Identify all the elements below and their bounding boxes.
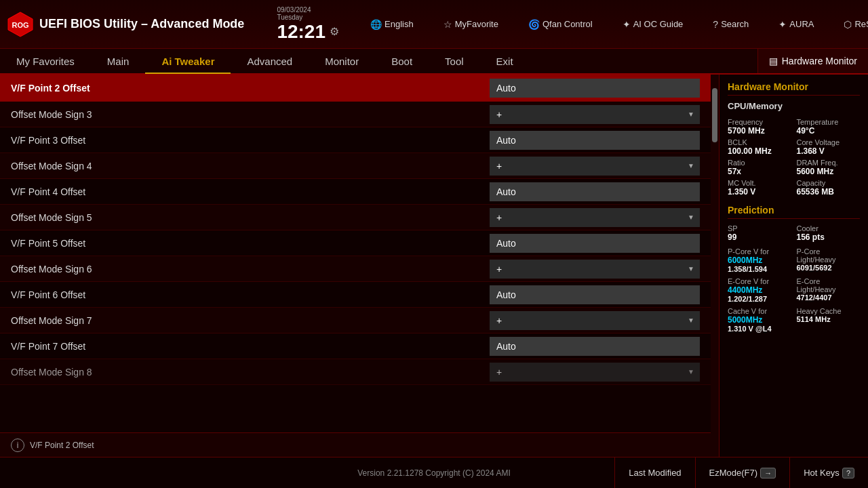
setting-row-vf6: V/F Point 6 Offset Auto (0, 282, 711, 308)
time-display: 12:21 (277, 21, 326, 43)
value-sign7[interactable]: + ▼ (490, 311, 700, 330)
setting-row-vf5: V/F Point 5 Offset Auto (0, 230, 711, 256)
nav-aura[interactable]: ✦ AURA (773, 16, 819, 33)
sp-col: SP 99 (728, 224, 791, 242)
hw-monitor-label: Hardware Monitor (782, 56, 857, 66)
pcore-v-col: P-Core V for 6000MHz 1.358/1.594 (728, 247, 791, 273)
box-vf3: Auto (490, 131, 700, 150)
setting-value-vf2[interactable]: Auto (490, 79, 700, 98)
aioc-label: AI OC Guide (633, 19, 684, 29)
dropdown-sign6[interactable]: + ▼ (490, 260, 700, 279)
chevron-down-icon: ▼ (688, 162, 694, 169)
dropdown-sign7[interactable]: + ▼ (490, 311, 700, 330)
setting-row-vf7: V/F Point 7 Offset Auto (0, 333, 711, 359)
capacity-col: Capacity 65536 MB (797, 179, 861, 197)
tab-favorites[interactable]: My Favorites (0, 49, 91, 74)
ratio-col: Ratio 57x (728, 159, 791, 176)
value-box-auto: Auto (490, 79, 700, 98)
info-icon: i (11, 439, 24, 452)
tab-advanced[interactable]: Advanced (231, 49, 309, 74)
setting-label-vf2: V/F Point 2 Offset (11, 83, 490, 94)
ratio-label: Ratio (728, 159, 791, 167)
nav-qfan[interactable]: 🌀 Qfan Control (523, 16, 598, 33)
dropdown-sign4[interactable]: + ▼ (490, 157, 700, 176)
nav-english[interactable]: 🌐 English (365, 16, 419, 33)
aioc-icon: ✦ (623, 19, 631, 30)
myfavorite-icon: ☆ (443, 19, 452, 30)
nav-search[interactable]: ? Search (707, 16, 754, 33)
settings-icon[interactable]: ⚙ (330, 25, 339, 38)
scrollbar-thumb[interactable] (712, 88, 717, 142)
value-vf4[interactable]: Auto (490, 182, 700, 201)
tab-boot[interactable]: Boot (375, 49, 429, 74)
dropdown-sign5[interactable]: + ▼ (490, 208, 700, 227)
sp-value: 99 (728, 232, 791, 242)
ecore-lh-value: 4712/4407 (797, 293, 861, 302)
mcvolt-col: MC Volt. 1.350 V (728, 179, 791, 197)
tab-monitor[interactable]: Monitor (309, 49, 375, 74)
pcore-row: P-Core V for 6000MHz 1.358/1.594 P-Core … (728, 247, 860, 273)
dropdown-sign3[interactable]: + ▼ (490, 105, 700, 124)
cpu-memory-grid: Frequency 5700 MHz Temperature 49°C BCLK… (728, 118, 860, 197)
qfan-icon: 🌀 (528, 19, 540, 30)
tab-exit[interactable]: Exit (480, 49, 530, 74)
aura-icon: ✦ (778, 19, 787, 30)
rog-logo-icon: ROG (7, 11, 34, 38)
sp-label: SP (728, 224, 791, 232)
pcore-v-label: P-Core V for (728, 247, 791, 256)
label-sign8: Offset Mode Sign 8 (11, 367, 490, 378)
last-modified-button[interactable]: Last Modified (614, 458, 694, 489)
nav-aioc[interactable]: ✦ AI OC Guide (617, 16, 689, 33)
ratio-value: 57x (728, 167, 791, 176)
main-panel: V/F Point 2 Offset Auto Offset Mode Sign… (0, 75, 711, 457)
label-vf4: V/F Point 4 Offset (11, 186, 490, 197)
value-sign4[interactable]: + ▼ (490, 157, 700, 176)
temp-col: Temperature 49°C (797, 118, 861, 136)
nav-myfavorite[interactable]: ☆ MyFavorite (438, 16, 504, 33)
qfan-label: Qfan Control (542, 19, 593, 29)
value-sign5[interactable]: + ▼ (490, 208, 700, 227)
date-text: 09/03/2024 Tuesday (277, 6, 311, 21)
label-vf3: V/F Point 3 Offset (11, 135, 490, 146)
tab-tool[interactable]: Tool (429, 49, 480, 74)
label-sign7: Offset Mode Sign 7 (11, 315, 490, 326)
hotkeys-button[interactable]: Hot Keys ? (789, 458, 868, 489)
pcore-lh-sublabel: Light/Heavy (797, 256, 861, 264)
value-sign6[interactable]: + ▼ (490, 260, 700, 279)
resizebar-icon: ⬡ (844, 19, 852, 30)
dropdown-sign8[interactable]: + ▼ (490, 363, 700, 382)
ecore-lh-label: E-Core (797, 277, 861, 285)
tab-aitweaker[interactable]: Ai Tweaker (145, 49, 231, 74)
value-vf3[interactable]: Auto (490, 131, 700, 150)
hw-panel-title: Hardware Monitor (728, 81, 860, 96)
box-vf6: Auto (490, 285, 700, 304)
value-vf6[interactable]: Auto (490, 285, 700, 304)
ecore-v-freq: 4400MHz (728, 285, 791, 295)
ezmode-button[interactable]: EzMode(F7) → (695, 458, 790, 489)
setting-row-header: V/F Point 2 Offset Auto (0, 75, 711, 102)
scrollbar[interactable] (711, 75, 719, 457)
info-text: V/F Point 2 Offset (30, 441, 94, 450)
english-label: English (384, 19, 414, 29)
value-vf7[interactable]: Auto (490, 337, 700, 356)
nav-resizebar[interactable]: ⬡ ReSize BAR (838, 16, 868, 33)
myfavorite-label: MyFavorite (455, 19, 498, 29)
value-sign3[interactable]: + ▼ (490, 105, 700, 124)
temperature-label: Temperature (797, 118, 861, 126)
setting-row-sign4: Offset Mode Sign 4 + ▼ (0, 153, 711, 179)
tab-main[interactable]: Main (91, 49, 146, 74)
value-sign8[interactable]: + ▼ (490, 363, 700, 382)
bclk-value: 100.00 MHz (728, 146, 791, 156)
search-icon: ? (713, 19, 718, 30)
cache-v-value: 1.310 V @L4 (728, 325, 791, 333)
box-vf5: Auto (490, 234, 700, 253)
value-vf5[interactable]: Auto (490, 234, 700, 253)
dropdown-sign8-value: + (496, 367, 502, 378)
hardware-monitor-button[interactable]: ▤ Hardware Monitor (757, 49, 868, 73)
setting-row-vf4: V/F Point 4 Offset Auto (0, 179, 711, 205)
label-vf6: V/F Point 6 Offset (11, 289, 490, 300)
dram-col: DRAM Freq. 5600 MHz (797, 159, 861, 176)
cache-v-freq: 5000MHz (728, 315, 791, 325)
label-sign3: Offset Mode Sign 3 (11, 109, 490, 120)
pcore-lh-label: P-Core (797, 247, 861, 256)
